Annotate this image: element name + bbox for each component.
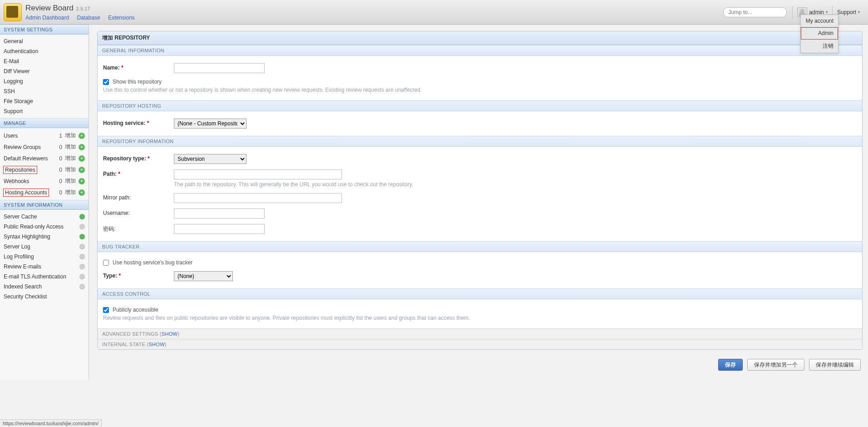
dropdown-logout[interactable]: 注销 [801,40,838,53]
add-label[interactable]: 增加 [65,154,76,162]
path-input[interactable] [174,169,342,179]
logo-icon [4,3,22,21]
count: 0 [59,178,62,184]
app-title: Review Board [25,4,74,13]
add-label[interactable]: 增加 [65,143,76,151]
add-label[interactable]: 增加 [65,189,76,196]
sidebar-item[interactable]: Security Checklist [0,292,89,302]
dropdown-my-account[interactable]: My account [801,15,838,27]
form-title: 增加 REPOSITORY [98,31,862,45]
plus-icon[interactable]: + [79,155,85,162]
label-mirror-path: Mirror path: [103,193,174,201]
name-input[interactable] [174,63,265,73]
sidebar-item[interactable]: File Storage [0,96,89,106]
sidebar-item[interactable]: Authentication [0,46,89,56]
public-accessible-label: Publicly accessible [113,307,158,313]
add-label[interactable]: 增加 [65,132,76,139]
nav-links: Admin Dashboard Database Extensions [25,15,141,21]
button-row: 保存 保存并增加另一个 保存并继续编辑 [97,354,863,380]
sidebar-item[interactable]: Support [0,106,89,116]
sidebar-item[interactable]: Webhooks0增加+ [0,175,89,187]
path-help: The path to the repository. This will ge… [174,181,857,188]
sidebar-item[interactable]: Hosting Accounts0增加+ [0,187,89,198]
repo-hosting-area: Hosting service: * (None - Custom Reposi… [98,111,862,136]
label-repo-type: Repository type: * [103,154,174,162]
section-internal[interactable]: INTERNAL STATE (SHOW) [98,339,862,349]
show-internal-link[interactable]: SHOW [148,342,164,347]
public-accessible-checkbox[interactable] [103,307,109,313]
show-advanced-link[interactable]: SHOW [162,331,178,337]
plus-icon[interactable]: + [79,189,85,196]
system-info-list: Server CachePublic Read-only AccessSynta… [0,210,89,303]
plus-icon[interactable]: + [79,133,85,139]
sidebar-item[interactable]: E-Mail [0,56,89,66]
dropdown-admin[interactable]: Admin [801,27,838,40]
sidebar-item[interactable]: Review E-mails [0,262,89,272]
nav-admin-dashboard[interactable]: Admin Dashboard [25,15,69,21]
sidebar-head-manage: MANAGE [0,118,89,128]
sidebar-item[interactable]: SSH [0,86,89,96]
section-repo-hosting: REPOSITORY HOSTING [98,100,862,111]
plus-icon[interactable]: + [79,167,85,173]
plus-icon[interactable]: + [79,178,85,184]
sidebar-head-system-settings: SYSTEM SETTINGS [0,25,89,35]
label-hosting-service: Hosting service: * [103,119,174,126]
sidebar-item[interactable]: Users1增加+ [0,130,89,141]
add-label[interactable]: 增加 [65,166,76,174]
use-hosting-bug-label: Use hosting service's bug tracker [113,259,192,266]
sidebar-item[interactable]: Review Groups0增加+ [0,141,89,153]
bug-type-select[interactable]: (None) [174,271,233,281]
sidebar-item[interactable]: E-mail TLS Authentication [0,272,89,282]
count: 1 [59,133,62,139]
caret-down-icon: ▾ [858,10,860,14]
username-input[interactable] [174,209,265,218]
sidebar-item[interactable]: Syntax Highlighting [0,232,89,242]
status-dot-icon [79,284,85,289]
save-add-button[interactable]: 保存并增加另一个 [747,359,804,371]
sidebar-item[interactable]: Diff Viewer [0,66,89,76]
add-label[interactable]: 增加 [65,177,76,185]
caret-down-icon: ▾ [826,10,828,14]
sidebar-item[interactable]: Repositories0增加+ [0,164,89,175]
label-bug-type: Type: * [103,271,174,279]
repo-info-area: Repository type: * Subversion Path: * Th… [98,147,862,241]
nav-database[interactable]: Database [77,15,100,21]
show-repo-checkbox[interactable] [103,79,109,85]
nav-extensions[interactable]: Extensions [108,15,135,21]
save-button[interactable]: 保存 [718,359,743,371]
jump-to-input[interactable] [723,7,787,17]
save-continue-button[interactable]: 保存并继续编辑 [809,359,861,371]
topbar: Review Board 2.5.17 Admin Dashboard Data… [0,0,868,25]
show-repo-label: Show this repository [113,79,162,85]
sidebar-item[interactable]: General [0,36,89,46]
status-dot-icon [79,244,85,249]
sidebar-item[interactable]: Default Reviewers0增加+ [0,153,89,164]
sidebar-item[interactable]: Log Profiling [0,252,89,262]
sidebar-item[interactable]: Public Read-only Access [0,222,89,232]
hosting-service-select[interactable]: (None - Custom Repository) [174,119,247,129]
status-dot-icon [79,274,85,279]
password-input[interactable] [174,224,265,234]
status-dot-icon [79,214,85,219]
count: 0 [59,167,62,173]
count: 0 [59,144,62,150]
general-info-area: Name: * Show this repository Use this to… [98,56,862,100]
section-bug-tracker: BUG TRACKER [98,241,862,252]
count: 0 [59,189,62,196]
plus-icon[interactable]: + [79,144,85,150]
sidebar-item[interactable]: Server Cache [0,212,89,222]
repo-type-select[interactable]: Subversion [174,154,247,164]
sidebar-head-system-info: SYSTEM INFORMATION [0,200,89,210]
sidebar: SYSTEM SETTINGS GeneralAuthenticationE-M… [0,25,89,380]
section-general-info: GENERAL INFORMATION [98,45,862,56]
section-advanced[interactable]: ADVANCED SETTINGS (SHOW) [98,328,862,339]
support-label: Support [837,9,856,15]
section-repo-info: REPOSITORY INFORMATION [98,136,862,147]
sidebar-item[interactable]: Indexed Search [0,282,89,292]
main: 增加 REPOSITORY GENERAL INFORMATION Name: … [89,25,868,380]
sidebar-item[interactable]: Logging [0,76,89,86]
sidebar-item[interactable]: Server Log [0,242,89,252]
title-block: Review Board 2.5.17 Admin Dashboard Data… [25,4,141,21]
use-hosting-bug-checkbox[interactable] [103,260,109,266]
mirror-path-input[interactable] [174,193,342,203]
